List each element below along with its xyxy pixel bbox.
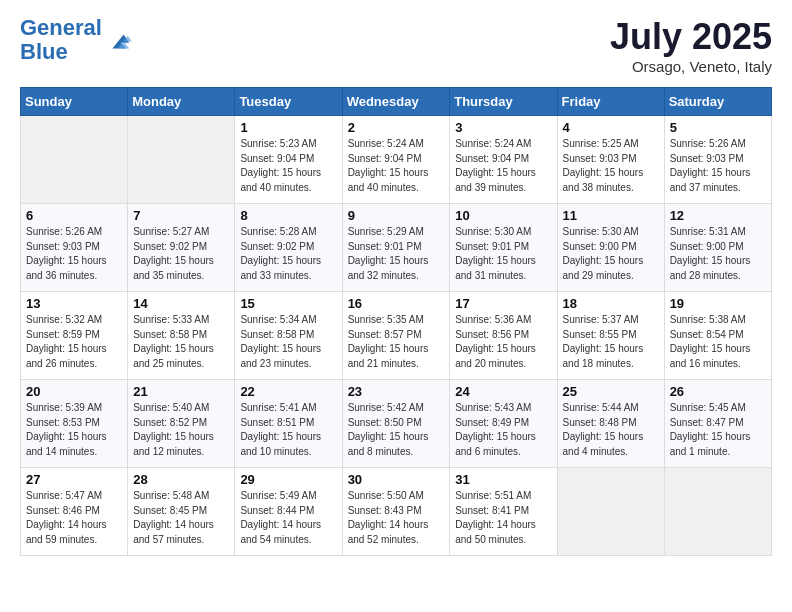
calendar-table: SundayMondayTuesdayWednesdayThursdayFrid… [20,87,772,556]
calendar-header-thursday: Thursday [450,88,557,116]
cell-details: Sunrise: 5:51 AM Sunset: 8:41 PM Dayligh… [455,489,551,547]
cell-details: Sunrise: 5:39 AM Sunset: 8:53 PM Dayligh… [26,401,122,459]
calendar-header-friday: Friday [557,88,664,116]
logo-general: General [20,15,102,40]
calendar-cell: 26Sunrise: 5:45 AM Sunset: 8:47 PM Dayli… [664,380,771,468]
cell-details: Sunrise: 5:28 AM Sunset: 9:02 PM Dayligh… [240,225,336,283]
cell-details: Sunrise: 5:43 AM Sunset: 8:49 PM Dayligh… [455,401,551,459]
day-number: 9 [348,208,445,223]
calendar-cell: 17Sunrise: 5:36 AM Sunset: 8:56 PM Dayli… [450,292,557,380]
day-number: 20 [26,384,122,399]
calendar-cell: 31Sunrise: 5:51 AM Sunset: 8:41 PM Dayli… [450,468,557,556]
day-number: 1 [240,120,336,135]
day-number: 24 [455,384,551,399]
day-number: 2 [348,120,445,135]
calendar-header-monday: Monday [128,88,235,116]
cell-details: Sunrise: 5:24 AM Sunset: 9:04 PM Dayligh… [348,137,445,195]
cell-details: Sunrise: 5:47 AM Sunset: 8:46 PM Dayligh… [26,489,122,547]
calendar-cell: 3Sunrise: 5:24 AM Sunset: 9:04 PM Daylig… [450,116,557,204]
calendar-cell: 6Sunrise: 5:26 AM Sunset: 9:03 PM Daylig… [21,204,128,292]
day-number: 23 [348,384,445,399]
calendar-cell: 24Sunrise: 5:43 AM Sunset: 8:49 PM Dayli… [450,380,557,468]
day-number: 16 [348,296,445,311]
calendar-cell: 1Sunrise: 5:23 AM Sunset: 9:04 PM Daylig… [235,116,342,204]
calendar-cell: 18Sunrise: 5:37 AM Sunset: 8:55 PM Dayli… [557,292,664,380]
cell-details: Sunrise: 5:41 AM Sunset: 8:51 PM Dayligh… [240,401,336,459]
calendar-cell: 21Sunrise: 5:40 AM Sunset: 8:52 PM Dayli… [128,380,235,468]
calendar-cell: 20Sunrise: 5:39 AM Sunset: 8:53 PM Dayli… [21,380,128,468]
day-number: 15 [240,296,336,311]
cell-details: Sunrise: 5:31 AM Sunset: 9:00 PM Dayligh… [670,225,766,283]
cell-details: Sunrise: 5:44 AM Sunset: 8:48 PM Dayligh… [563,401,659,459]
calendar-cell [664,468,771,556]
cell-details: Sunrise: 5:36 AM Sunset: 8:56 PM Dayligh… [455,313,551,371]
title-block: July 2025 Orsago, Veneto, Italy [610,16,772,75]
day-number: 17 [455,296,551,311]
location: Orsago, Veneto, Italy [610,58,772,75]
cell-details: Sunrise: 5:30 AM Sunset: 9:01 PM Dayligh… [455,225,551,283]
cell-details: Sunrise: 5:40 AM Sunset: 8:52 PM Dayligh… [133,401,229,459]
cell-details: Sunrise: 5:27 AM Sunset: 9:02 PM Dayligh… [133,225,229,283]
page: General Blue July 2025 Orsago, Veneto, I… [0,0,792,572]
day-number: 19 [670,296,766,311]
day-number: 10 [455,208,551,223]
calendar-cell: 15Sunrise: 5:34 AM Sunset: 8:58 PM Dayli… [235,292,342,380]
calendar-cell: 22Sunrise: 5:41 AM Sunset: 8:51 PM Dayli… [235,380,342,468]
cell-details: Sunrise: 5:38 AM Sunset: 8:54 PM Dayligh… [670,313,766,371]
cell-details: Sunrise: 5:35 AM Sunset: 8:57 PM Dayligh… [348,313,445,371]
day-number: 30 [348,472,445,487]
day-number: 11 [563,208,659,223]
calendar-cell: 29Sunrise: 5:49 AM Sunset: 8:44 PM Dayli… [235,468,342,556]
day-number: 7 [133,208,229,223]
day-number: 28 [133,472,229,487]
month-title: July 2025 [610,16,772,58]
calendar-cell: 14Sunrise: 5:33 AM Sunset: 8:58 PM Dayli… [128,292,235,380]
day-number: 6 [26,208,122,223]
day-number: 13 [26,296,122,311]
day-number: 31 [455,472,551,487]
cell-details: Sunrise: 5:25 AM Sunset: 9:03 PM Dayligh… [563,137,659,195]
cell-details: Sunrise: 5:23 AM Sunset: 9:04 PM Dayligh… [240,137,336,195]
day-number: 22 [240,384,336,399]
cell-details: Sunrise: 5:49 AM Sunset: 8:44 PM Dayligh… [240,489,336,547]
header: General Blue July 2025 Orsago, Veneto, I… [20,16,772,75]
logo: General Blue [20,16,132,64]
calendar-header-wednesday: Wednesday [342,88,450,116]
cell-details: Sunrise: 5:34 AM Sunset: 8:58 PM Dayligh… [240,313,336,371]
day-number: 8 [240,208,336,223]
logo-text: General Blue [20,16,102,64]
calendar-cell: 12Sunrise: 5:31 AM Sunset: 9:00 PM Dayli… [664,204,771,292]
calendar-header-sunday: Sunday [21,88,128,116]
calendar-header-row: SundayMondayTuesdayWednesdayThursdayFrid… [21,88,772,116]
calendar-cell: 23Sunrise: 5:42 AM Sunset: 8:50 PM Dayli… [342,380,450,468]
cell-details: Sunrise: 5:45 AM Sunset: 8:47 PM Dayligh… [670,401,766,459]
day-number: 27 [26,472,122,487]
cell-details: Sunrise: 5:26 AM Sunset: 9:03 PM Dayligh… [670,137,766,195]
calendar-week-3: 13Sunrise: 5:32 AM Sunset: 8:59 PM Dayli… [21,292,772,380]
day-number: 14 [133,296,229,311]
day-number: 18 [563,296,659,311]
calendar-cell [128,116,235,204]
calendar-cell: 9Sunrise: 5:29 AM Sunset: 9:01 PM Daylig… [342,204,450,292]
calendar-cell: 5Sunrise: 5:26 AM Sunset: 9:03 PM Daylig… [664,116,771,204]
calendar-cell: 4Sunrise: 5:25 AM Sunset: 9:03 PM Daylig… [557,116,664,204]
cell-details: Sunrise: 5:48 AM Sunset: 8:45 PM Dayligh… [133,489,229,547]
calendar-cell [21,116,128,204]
calendar-cell: 8Sunrise: 5:28 AM Sunset: 9:02 PM Daylig… [235,204,342,292]
calendar-cell: 25Sunrise: 5:44 AM Sunset: 8:48 PM Dayli… [557,380,664,468]
calendar-week-4: 20Sunrise: 5:39 AM Sunset: 8:53 PM Dayli… [21,380,772,468]
day-number: 3 [455,120,551,135]
calendar-cell: 11Sunrise: 5:30 AM Sunset: 9:00 PM Dayli… [557,204,664,292]
day-number: 4 [563,120,659,135]
cell-details: Sunrise: 5:30 AM Sunset: 9:00 PM Dayligh… [563,225,659,283]
logo-icon [104,26,132,54]
day-number: 26 [670,384,766,399]
calendar-header-saturday: Saturday [664,88,771,116]
cell-details: Sunrise: 5:37 AM Sunset: 8:55 PM Dayligh… [563,313,659,371]
calendar-cell: 30Sunrise: 5:50 AM Sunset: 8:43 PM Dayli… [342,468,450,556]
calendar-cell: 16Sunrise: 5:35 AM Sunset: 8:57 PM Dayli… [342,292,450,380]
cell-details: Sunrise: 5:33 AM Sunset: 8:58 PM Dayligh… [133,313,229,371]
calendar-week-1: 1Sunrise: 5:23 AM Sunset: 9:04 PM Daylig… [21,116,772,204]
calendar-week-5: 27Sunrise: 5:47 AM Sunset: 8:46 PM Dayli… [21,468,772,556]
day-number: 5 [670,120,766,135]
